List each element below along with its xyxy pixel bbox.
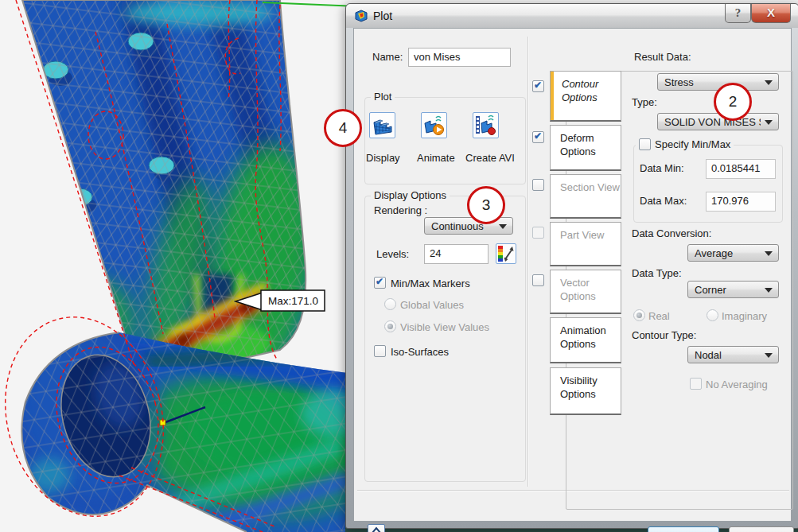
ok-button[interactable]: OK (648, 526, 719, 532)
display-button[interactable] (369, 112, 395, 138)
create-avi-button-label: Create AVI (465, 152, 515, 164)
tab-animation-options[interactable]: Animation Options (550, 317, 621, 363)
imaginary-radio[interactable] (707, 309, 718, 321)
max-value-text: Max:171.0 (268, 295, 318, 307)
cancel-button[interactable]: Cancel (729, 526, 794, 532)
data-conversion-label: Data Conversion: (632, 227, 711, 239)
visible-view-values-label: Visible View Values (400, 321, 489, 333)
global-values-label: Global Values (400, 299, 464, 311)
data-type-label: Data Type: (632, 267, 682, 279)
minmax-markers-label: Min/Max Markers (391, 278, 470, 289)
type-value: SOLID VON MISES ST (664, 116, 761, 128)
data-conversion-value: Average (695, 247, 761, 259)
chevron-down-icon (499, 224, 507, 229)
type-dropdown[interactable]: SOLID VON MISES ST (657, 113, 779, 130)
animate-button[interactable] (421, 112, 447, 138)
no-averaging-label: No Averaging (706, 379, 768, 390)
animate-button-label: Animate (417, 152, 455, 164)
tab-part-checkbox[interactable] (532, 227, 544, 239)
tab-contour-options[interactable]: Contour Options (550, 71, 621, 122)
data-max-input[interactable]: 170.976 (706, 192, 776, 212)
global-values-radio[interactable] (384, 298, 396, 310)
data-type-dropdown[interactable]: Corner (687, 281, 779, 298)
tab-part-view[interactable]: Part View (550, 222, 621, 266)
data-conversion-dropdown[interactable]: Average (687, 244, 779, 262)
tab-vector-options[interactable]: Vector Options (550, 270, 621, 314)
chevron-down-icon (765, 288, 773, 293)
viewport-3d-mesh[interactable]: Max:171.0 (0, 0, 358, 532)
rendering-dropdown[interactable]: Continuous (424, 217, 513, 235)
contour-type-value: Nodal (695, 349, 761, 361)
iso-surfaces-label: Iso-Surfaces (391, 346, 449, 358)
iso-surfaces-checkbox[interactable] (374, 345, 386, 357)
rendering-label: Rendering : (374, 204, 427, 216)
no-averaging-checkbox[interactable] (690, 378, 702, 390)
specify-minmax-label: Specify Min/Max (655, 138, 730, 150)
help-icon: ? (735, 6, 742, 19)
minmax-markers-checkbox[interactable] (374, 277, 386, 289)
close-button[interactable]: X (751, 4, 791, 23)
tab-visibility-options[interactable]: Visibility Options (550, 367, 621, 415)
fea-mesh-svg: Max:171.0 (0, 0, 358, 532)
imaginary-label: Imaginary (722, 310, 767, 322)
name-input[interactable]: von Mises (408, 48, 511, 67)
result-data-value: Stress (664, 76, 761, 88)
dialog-title: Plot (373, 10, 392, 22)
type-label: Type: (632, 96, 657, 108)
tab-contour-checkbox[interactable] (532, 80, 544, 92)
color-scale-icon (496, 244, 516, 263)
callout-step-4: 4 (324, 109, 362, 147)
create-avi-button[interactable] (473, 112, 499, 138)
create-avi-icon (473, 113, 498, 138)
display-options-title: Display Options (371, 189, 450, 201)
plot-contour-icon (354, 9, 368, 23)
callout-step-3: 3 (467, 186, 505, 224)
callout-step-2: 2 (714, 83, 752, 121)
chevron-down-icon (765, 120, 773, 125)
chevron-down-icon (765, 353, 773, 358)
chevron-up-icon (368, 525, 384, 532)
specify-minmax-checkbox[interactable] (639, 138, 651, 150)
tab-deform-checkbox[interactable] (532, 131, 544, 143)
data-max-label: Data Max: (640, 195, 687, 207)
tab-deform-options[interactable]: Deform Options (550, 125, 621, 171)
chevron-down-icon (765, 80, 773, 85)
plot-group: Plot (364, 97, 526, 184)
tab-section-checkbox[interactable] (532, 179, 544, 191)
contour-type-dropdown[interactable]: Nodal (687, 346, 779, 363)
display-button-label: Display (366, 152, 400, 164)
data-min-label: Data Min: (640, 162, 684, 174)
close-icon: X (767, 6, 775, 19)
help-button[interactable]: ? (725, 4, 751, 23)
data-type-value: Corner (695, 284, 761, 296)
visible-view-values-radio[interactable] (384, 320, 396, 332)
real-radio[interactable] (633, 309, 645, 321)
tab-vector-checkbox[interactable] (532, 274, 544, 286)
collapse-button[interactable] (368, 524, 385, 532)
chevron-down-icon (765, 251, 773, 256)
result-data-label: Result Data: (634, 51, 691, 63)
plot-group-title: Plot (371, 91, 395, 103)
levels-input[interactable]: 24 (424, 244, 489, 264)
data-min-input[interactable]: 0.0185441 (706, 159, 776, 179)
animate-icon (422, 113, 446, 138)
tab-section-view[interactable]: Section View (550, 174, 621, 219)
contour-type-label: Contour Type: (632, 329, 696, 341)
display-mesh-icon (370, 113, 395, 138)
display-options-group: Display Options (364, 196, 526, 482)
levels-label: Levels: (376, 248, 409, 260)
color-scale-button[interactable] (496, 243, 516, 264)
real-label: Real (648, 310, 670, 322)
vertical-separator (527, 37, 528, 487)
name-label: Name: (372, 51, 403, 63)
